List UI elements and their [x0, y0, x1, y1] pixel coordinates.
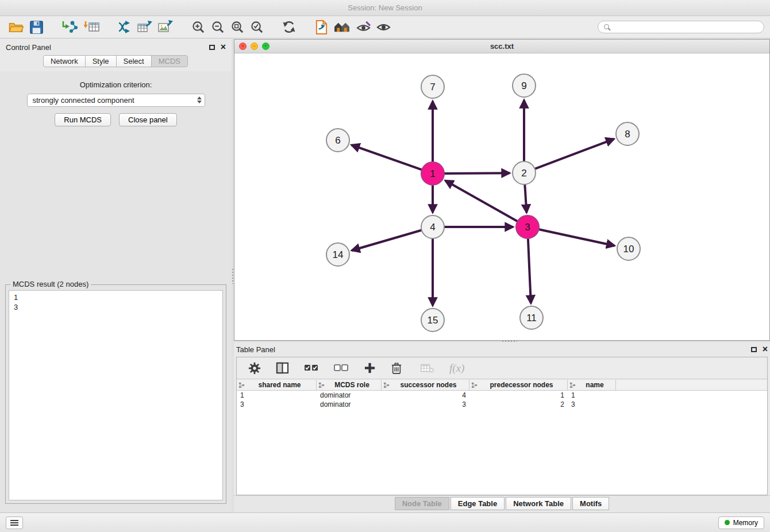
graph-node-9[interactable]: 9 — [513, 74, 536, 97]
close-panel-button[interactable]: Close panel — [119, 113, 177, 126]
graph-edge-1-2[interactable] — [443, 173, 510, 174]
svg-text:15: 15 — [428, 315, 438, 326]
columns-button[interactable] — [274, 359, 291, 377]
main-toolbar — [0, 16, 770, 38]
column-grip-icon — [318, 382, 325, 388]
zoom-in-button[interactable] — [188, 18, 208, 36]
graph-edge-1-6[interactable] — [352, 145, 423, 170]
zoom-selected-button[interactable] — [247, 18, 267, 36]
tab-node-table[interactable]: Node Table — [395, 497, 449, 510]
select-all-button[interactable] — [302, 359, 321, 377]
column-header-shared-name[interactable]: shared name — [237, 380, 317, 390]
graph-node-6[interactable]: 6 — [326, 129, 349, 152]
refresh-button[interactable] — [279, 18, 299, 36]
column-header-name[interactable]: name — [568, 380, 616, 390]
graph-node-15[interactable]: 15 — [421, 309, 444, 331]
table-panel-header: Table Panel × — [236, 342, 768, 357]
refresh-icon — [282, 20, 297, 34]
graph-edge-2-3[interactable] — [525, 183, 526, 213]
search-input[interactable] — [614, 23, 761, 32]
table-panel-tabs: Node TableEdge TableNetwork TableMotifs — [234, 495, 770, 512]
open-file-icon — [8, 20, 24, 34]
zoom-out-button[interactable] — [208, 18, 228, 36]
zoom-fit-button[interactable] — [228, 18, 247, 36]
tab-mcds[interactable]: MCDS — [151, 55, 188, 67]
first-neighbors-button[interactable] — [115, 18, 134, 36]
graph-edge-2-8[interactable] — [534, 139, 614, 169]
save-icon — [29, 20, 44, 34]
splitter-handle[interactable] — [234, 341, 770, 342]
memory-button[interactable]: Memory — [718, 516, 764, 529]
graph-node-1[interactable]: 1 — [421, 162, 444, 185]
table-cell[interactable]: 4 — [382, 391, 469, 399]
optimization-criterion-label: Optimization criterion: — [0, 80, 232, 89]
column-header-predecessor-nodes[interactable]: predecessor nodes — [469, 380, 568, 390]
save-button[interactable] — [26, 18, 46, 36]
document-share-button[interactable] — [311, 18, 331, 36]
settings-gear-button[interactable] — [246, 359, 263, 377]
table-row[interactable]: 1dominator411 — [237, 391, 767, 400]
export-table-button[interactable] — [134, 18, 155, 36]
table-cell[interactable]: 3 — [382, 400, 469, 408]
close-panel-icon[interactable]: × — [763, 346, 768, 353]
graph-node-11[interactable]: 11 — [520, 306, 543, 329]
style-brush-button[interactable] — [353, 18, 374, 36]
home-button[interactable] — [331, 18, 353, 36]
tab-edge-table[interactable]: Edge Table — [451, 497, 505, 510]
table-cell[interactable]: 1 — [237, 391, 317, 399]
function-builder-button[interactable]: f(x) — [447, 359, 467, 377]
graph-node-7[interactable]: 7 — [421, 75, 444, 98]
delete-table-button[interactable] — [418, 359, 437, 377]
column-header-successor-nodes[interactable]: successor nodes — [382, 380, 469, 390]
graph-edge-3-10[interactable] — [538, 229, 615, 246]
delete-column-button[interactable] — [388, 359, 405, 377]
tab-style[interactable]: Style — [85, 55, 117, 67]
table-cell[interactable]: 2 — [469, 400, 568, 408]
import-network-button[interactable] — [59, 18, 80, 36]
table-cell[interactable]: 3 — [237, 400, 317, 408]
tab-select[interactable]: Select — [116, 55, 152, 67]
graph-node-14[interactable]: 14 — [326, 243, 349, 266]
graph-edge-3-1[interactable] — [445, 180, 519, 222]
control-panel: Control Panel × NetworkStyleSelectMCDS O… — [0, 39, 232, 512]
panel-menu-button[interactable] — [6, 516, 23, 529]
search-icon — [603, 24, 611, 31]
optimization-criterion-select[interactable]: strongly connected component — [27, 94, 205, 107]
graph-node-3[interactable]: 3 — [516, 215, 539, 238]
tab-network[interactable]: Network — [43, 55, 86, 67]
graph-node-4[interactable]: 4 — [421, 215, 444, 238]
add-column-button[interactable] — [361, 359, 378, 377]
zoom-out-icon — [211, 20, 225, 34]
zoom-in-icon — [191, 20, 206, 34]
float-panel-icon[interactable] — [751, 347, 757, 352]
float-panel-icon[interactable] — [209, 45, 215, 50]
export-image-button[interactable] — [155, 18, 176, 36]
graph-node-10[interactable]: 10 — [617, 237, 640, 260]
graph-node-8[interactable]: 8 — [616, 122, 639, 145]
tab-network-table[interactable]: Network Table — [506, 497, 571, 510]
table-cell[interactable]: dominator — [317, 391, 382, 399]
table-cell[interactable]: 3 — [568, 400, 616, 408]
eye-button[interactable] — [374, 18, 394, 36]
import-table-button[interactable] — [80, 18, 102, 36]
graph-node-2[interactable]: 2 — [513, 161, 536, 184]
network-canvas[interactable]: 7968124314101511 — [234, 53, 769, 340]
graph-edge-3-11[interactable] — [528, 237, 531, 303]
tab-motifs[interactable]: Motifs — [572, 497, 609, 510]
search-box[interactable] — [598, 21, 764, 33]
mcds-result-list[interactable]: 13 — [9, 290, 223, 500]
table-cell[interactable]: 1 — [568, 391, 616, 399]
graph-edge-4-14[interactable] — [352, 230, 423, 250]
zoom-selected-icon — [250, 20, 264, 34]
column-header-MCDS-role[interactable]: MCDS role — [317, 380, 382, 390]
svg-text:2: 2 — [521, 168, 526, 179]
deselect-all-button[interactable] — [332, 359, 351, 377]
run-mcds-button[interactable]: Run MCDS — [55, 113, 111, 126]
close-panel-icon[interactable]: × — [221, 44, 226, 51]
table-cell[interactable]: dominator — [317, 400, 382, 408]
table-cell[interactable]: 1 — [469, 391, 568, 399]
first-neighbors-icon — [117, 20, 132, 34]
menu-icon — [10, 520, 18, 521]
table-row[interactable]: 3dominator323 — [237, 400, 767, 409]
open-file-button[interactable] — [6, 18, 26, 36]
